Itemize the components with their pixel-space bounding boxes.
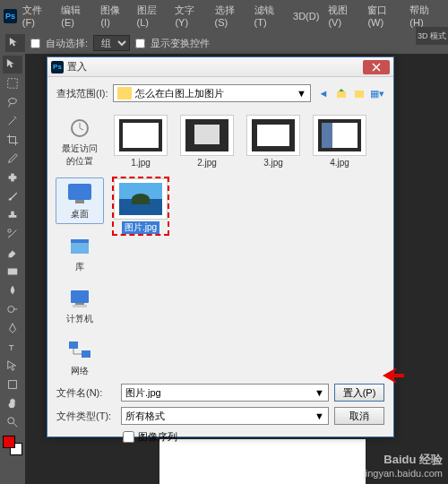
menu-help[interactable]: 帮助(H) [406, 2, 444, 30]
file-item[interactable]: 3.jpg [245, 113, 302, 169]
svg-rect-7 [9, 381, 17, 389]
svg-rect-12 [68, 184, 91, 200]
dialog-title: 置入 [67, 60, 363, 73]
menu-file[interactable]: 文件(F) [19, 2, 56, 30]
gradient-tool[interactable] [3, 263, 22, 281]
new-folder-icon[interactable] [352, 86, 366, 100]
heal-tool[interactable] [3, 169, 22, 186]
pen-tool[interactable] [3, 319, 22, 337]
svg-rect-9 [337, 91, 346, 98]
show-transform-checkbox[interactable] [135, 39, 145, 48]
svg-rect-13 [75, 200, 84, 203]
sidebar-item-label: 库 [75, 261, 84, 273]
svg-rect-18 [73, 305, 87, 307]
filename-label: 文件名(N): [56, 386, 116, 400]
lasso-tool[interactable] [3, 93, 22, 111]
crop-tool[interactable] [3, 131, 22, 149]
close-button[interactable] [363, 60, 390, 74]
file-item[interactable]: 4.jpg [311, 113, 368, 169]
up-icon[interactable] [334, 86, 349, 100]
zoom-tool[interactable] [3, 413, 22, 431]
menu-view[interactable]: 视图(V) [324, 2, 362, 30]
lookup-dropdown[interactable]: 怎么在白图上加图片 ▼ [113, 84, 311, 102]
cancel-button[interactable]: 取消 [334, 407, 384, 425]
filetype-field[interactable]: 所有格式▼ [121, 407, 329, 425]
view-icon[interactable]: ▦▾ [370, 86, 384, 100]
svg-point-5 [8, 307, 14, 313]
svg-rect-2 [11, 174, 14, 182]
watermark-line2: jingyan.baidu.com [363, 468, 443, 479]
auto-select-dropdown[interactable]: 组 [93, 35, 130, 51]
file-item-selected[interactable]: 图片.jpg [112, 177, 169, 236]
svg-rect-16 [71, 290, 89, 303]
auto-select-checkbox[interactable] [30, 39, 40, 48]
file-item[interactable]: 2.jpg [178, 113, 236, 169]
file-item[interactable]: 1.jpg [112, 113, 169, 169]
file-label: 图片.jpg [122, 221, 159, 234]
image-sequence-checkbox[interactable] [123, 431, 134, 443]
svg-rect-10 [355, 91, 364, 98]
file-label: 4.jpg [330, 158, 349, 168]
menu-image[interactable]: 图像(I) [97, 2, 131, 30]
sidebar-network[interactable]: 网络 [56, 335, 104, 380]
dialog-body: 最近访问的位置 桌面 库 计算机 网络 1 [47, 109, 393, 378]
filename-value: 图片.jpg [125, 386, 161, 400]
auto-select-label: 自动选择: [46, 37, 88, 50]
type-tool[interactable]: T [3, 338, 22, 356]
sidebar-item-label: 最近访问的位置 [58, 143, 101, 168]
watermark: Baidu 经验 jingyan.baidu.com [363, 452, 443, 479]
color-swatches[interactable] [3, 436, 22, 455]
menu-edit[interactable]: 编辑(E) [57, 2, 95, 30]
sidebar-item-label: 计算机 [66, 313, 93, 325]
place-dialog: Ps 置入 查找范围(I): 怎么在白图上加图片 ▼ ◄ ▦▾ 最近访问的位置 … [47, 56, 394, 437]
filename-field[interactable]: 图片.jpg▼ [121, 384, 329, 402]
move-tool[interactable] [3, 56, 22, 73]
svg-point-3 [8, 229, 12, 233]
menu-3d[interactable]: 3D(D) [289, 9, 323, 23]
svg-rect-4 [8, 269, 18, 275]
hand-tool[interactable] [3, 394, 22, 412]
places-sidebar: 最近访问的位置 桌面 库 计算机 网络 [55, 109, 105, 371]
wand-tool[interactable] [3, 112, 22, 130]
file-grid: 1.jpg 2.jpg 3.jpg 4.jpg 图片.jpg [105, 109, 386, 371]
right-panel-3d[interactable]: 3D 模式 [416, 27, 448, 45]
menu-layer[interactable]: 图层(L) [134, 2, 170, 30]
sidebar-computer[interactable]: 计算机 [56, 283, 104, 328]
desktop-icon [65, 181, 94, 206]
shape-tool[interactable] [3, 376, 22, 393]
eyedropper-tool[interactable] [3, 150, 22, 168]
computer-icon [65, 286, 94, 311]
sidebar-libraries[interactable]: 库 [56, 231, 104, 276]
foreground-color-swatch[interactable] [3, 436, 15, 448]
history-brush-tool[interactable] [3, 225, 22, 243]
lookup-value: 怎么在白图上加图片 [135, 87, 224, 100]
menu-type[interactable]: 文字(Y) [171, 2, 209, 30]
ps-icon: Ps [4, 9, 17, 23]
sidebar-item-label: 网络 [71, 365, 89, 377]
dodge-tool[interactable] [3, 300, 22, 318]
sidebar-item-label: 桌面 [71, 208, 89, 220]
sidebar-desktop[interactable]: 桌面 [56, 177, 104, 224]
file-label: 2.jpg [197, 158, 217, 168]
brush-tool[interactable] [3, 187, 22, 205]
blur-tool[interactable] [3, 281, 22, 299]
recent-icon [65, 116, 94, 141]
move-tool-indicator [5, 34, 25, 52]
svg-rect-0 [8, 79, 18, 89]
file-label: 3.jpg [263, 158, 283, 168]
menu-window[interactable]: 窗口(W) [364, 2, 404, 30]
sidebar-recent[interactable]: 最近访问的位置 [56, 113, 104, 170]
lookup-label: 查找范围(I): [56, 87, 108, 100]
marquee-tool[interactable] [3, 74, 22, 92]
file-label: 1.jpg [131, 158, 151, 168]
eraser-tool[interactable] [3, 244, 22, 262]
back-icon[interactable]: ◄ [316, 86, 331, 100]
stamp-tool[interactable] [3, 206, 22, 224]
path-tool[interactable] [3, 357, 22, 375]
menu-filter[interactable]: 滤镜(T) [251, 2, 288, 30]
svg-rect-19 [69, 341, 78, 349]
menubar: Ps 文件(F) 编辑(E) 图像(I) 图层(L) 文字(Y) 选择(S) 滤… [0, 0, 448, 31]
menu-select[interactable]: 选择(S) [211, 2, 249, 30]
place-button[interactable]: 置入(P) [334, 384, 384, 402]
network-icon [65, 338, 94, 363]
